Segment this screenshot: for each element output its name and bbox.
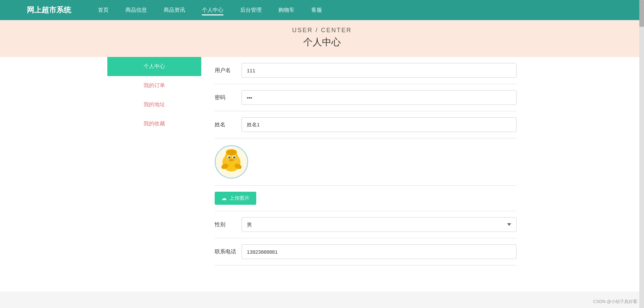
svg-point-7: [229, 157, 230, 158]
nav-item-user-center[interactable]: 个人中心: [202, 7, 223, 14]
banner-title: 个人中心: [0, 36, 644, 49]
nav-item-admin[interactable]: 后台管理: [240, 7, 262, 14]
password-input[interactable]: [241, 90, 517, 105]
navbar-nav: 首页 商品信息 商品资讯 个人中心 后台管理 购物车 客服: [98, 7, 322, 14]
phone-row: 联系电话: [215, 238, 517, 265]
nav-link-cart[interactable]: 购物车: [278, 5, 294, 14]
avatar: [215, 145, 248, 179]
sidebar-link-address[interactable]: 我的地址: [144, 102, 165, 107]
sidebar-link-favorites[interactable]: 我的收藏: [144, 121, 165, 126]
upload-row: ☁ 上传图片: [215, 186, 517, 211]
svg-point-6: [233, 157, 235, 158]
sidebar-link-user-center[interactable]: 个人中心: [144, 63, 165, 69]
nav-link-admin[interactable]: 后台管理: [240, 5, 262, 14]
nav-link-user-center[interactable]: 个人中心: [202, 5, 223, 15]
sidebar-item-favorites[interactable]: 我的收藏: [107, 114, 201, 133]
username-label: 用户名: [215, 67, 241, 74]
svg-point-8: [234, 157, 235, 158]
banner-subtitle: USER / CENTER: [0, 27, 644, 34]
sidebar: 个人中心 我的订单 我的地址 我的收藏: [107, 57, 201, 292]
password-row: 密码: [215, 84, 517, 111]
phone-label: 联系电话: [215, 248, 241, 255]
nav-item-products[interactable]: 商品信息: [125, 7, 147, 14]
svg-point-5: [228, 157, 230, 158]
svg-point-2: [226, 149, 237, 155]
banner: USER / CENTER 个人中心: [0, 20, 644, 57]
upload-button[interactable]: ☁ 上传图片: [215, 192, 256, 205]
nav-item-cart[interactable]: 购物车: [278, 7, 294, 14]
sidebar-item-user-center[interactable]: 个人中心: [107, 57, 201, 76]
password-label: 密码: [215, 94, 241, 101]
nav-item-service[interactable]: 客服: [311, 7, 322, 14]
duck-avatar-svg: [216, 147, 247, 177]
content-container: 个人中心 我的订单 我的地址 我的收藏 用户名 密码: [107, 57, 537, 292]
name-row: 姓名: [215, 111, 517, 138]
username-input[interactable]: [241, 63, 517, 78]
navbar: 网上超市系统 首页 商品信息 商品资讯 个人中心 后台管理 购物车 客服: [0, 0, 644, 20]
avatar-row: [215, 138, 517, 186]
sidebar-link-orders[interactable]: 我的订单: [144, 82, 165, 88]
phone-input[interactable]: [241, 244, 517, 259]
nav-link-home[interactable]: 首页: [98, 5, 109, 14]
name-input[interactable]: [241, 117, 517, 132]
gender-label: 性别: [215, 221, 241, 228]
scrollbar-thumb[interactable]: [639, 0, 644, 27]
nav-link-news[interactable]: 商品资讯: [164, 5, 185, 14]
upload-icon: ☁: [221, 195, 227, 201]
name-label: 姓名: [215, 121, 241, 128]
upload-button-label: 上传图片: [229, 195, 250, 201]
sidebar-item-address[interactable]: 我的地址: [107, 95, 201, 114]
nav-item-home[interactable]: 首页: [98, 7, 109, 14]
page-wrapper: 个人中心 我的订单 我的地址 我的收藏 用户名 密码: [0, 57, 644, 292]
form-area: 用户名 密码 姓名: [201, 57, 537, 292]
username-row: 用户名: [215, 57, 517, 84]
svg-point-12: [234, 158, 237, 161]
gender-select[interactable]: 男 女: [241, 217, 517, 232]
svg-point-11: [225, 158, 228, 161]
sidebar-item-orders[interactable]: 我的订单: [107, 76, 201, 95]
gender-row: 性别 男 女: [215, 211, 517, 238]
navbar-brand: 网上超市系统: [27, 5, 71, 15]
nav-item-news[interactable]: 商品资讯: [164, 7, 185, 14]
scrollbar[interactable]: [639, 0, 644, 308]
nav-link-service[interactable]: 客服: [311, 5, 322, 14]
nav-link-products[interactable]: 商品信息: [125, 5, 147, 14]
watermark: CSDN @小桔子真好看: [593, 299, 637, 305]
